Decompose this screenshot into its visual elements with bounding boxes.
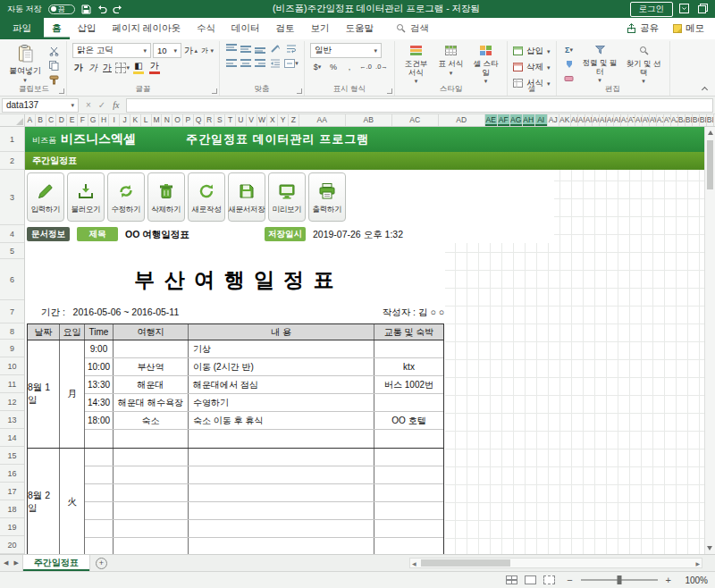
transport-cell[interactable]: [374, 449, 443, 466]
time-cell[interactable]: 10:00: [85, 358, 114, 375]
tab-home[interactable]: 홈: [44, 18, 70, 39]
share-button[interactable]: 공유: [627, 22, 659, 35]
column-header-R[interactable]: R: [205, 114, 215, 126]
place-cell[interactable]: [114, 340, 189, 357]
period-text[interactable]: 기간 : 2016-05-06 ~ 2016-05-11: [41, 300, 179, 323]
column-header-C[interactable]: C: [46, 114, 57, 126]
date-cell[interactable]: 8월 1일: [28, 340, 60, 448]
column-header-P[interactable]: P: [183, 114, 194, 126]
column-header-J[interactable]: J: [120, 114, 130, 126]
vertical-scrollbar[interactable]: [704, 127, 715, 554]
transport-cell[interactable]: [374, 340, 443, 357]
scroll-down-icon[interactable]: [707, 546, 712, 550]
row-header-6[interactable]: 6: [0, 259, 24, 300]
save-icon[interactable]: [81, 4, 91, 14]
transport-cell[interactable]: [374, 430, 443, 448]
time-cell[interactable]: [85, 484, 114, 501]
column-header-U[interactable]: U: [236, 114, 247, 126]
transport-cell[interactable]: [374, 466, 443, 483]
column-header-Z[interactable]: Z: [289, 114, 299, 126]
fill-color-button[interactable]: ◧: [131, 61, 146, 74]
fill-button[interactable]: [562, 58, 576, 70]
decrease-font-button[interactable]: 가▾: [199, 45, 214, 56]
transport-cell[interactable]: ktx: [374, 358, 443, 375]
conditional-formatting-button[interactable]: 조건부 서식 ▾: [400, 43, 432, 83]
merge-center-button[interactable]: ▾: [284, 57, 299, 69]
table-header-cell[interactable]: 여행지: [114, 324, 189, 340]
print-button[interactable]: 출력하기: [308, 172, 346, 222]
column-header-AW[interactable]: AW: [650, 114, 657, 126]
copy-button[interactable]: [46, 60, 61, 71]
transport-cell[interactable]: [374, 394, 443, 411]
undo-icon[interactable]: [97, 4, 107, 13]
row-header-7[interactable]: 7: [0, 300, 24, 323]
column-header-AU[interactable]: AU: [635, 114, 643, 126]
content-cell[interactable]: [189, 520, 374, 537]
content-cell[interactable]: [189, 430, 374, 448]
column-header-T[interactable]: T: [225, 114, 236, 126]
zoom-in-button[interactable]: +: [666, 575, 671, 585]
column-header-AK[interactable]: AK: [559, 114, 571, 126]
align-bottom-button[interactable]: [254, 44, 266, 54]
tab-data[interactable]: 데이터: [223, 18, 268, 39]
content-cell[interactable]: [189, 502, 374, 519]
column-header-K[interactable]: K: [130, 114, 141, 126]
content-cell[interactable]: 이동 (2시간 반): [189, 358, 374, 375]
column-header-A[interactable]: A: [25, 114, 36, 126]
place-cell[interactable]: [114, 430, 189, 448]
restore-window-icon[interactable]: [698, 4, 708, 15]
preview-button[interactable]: 미리보기: [268, 172, 306, 222]
time-cell[interactable]: [85, 502, 114, 519]
table-header-cell[interactable]: 내 용: [189, 324, 374, 340]
author-text[interactable]: 작성자 : 김 ○ ○: [383, 300, 444, 323]
insert-function-icon[interactable]: fx: [113, 100, 119, 110]
font-color-button[interactable]: 가: [147, 61, 162, 74]
column-header-AQ[interactable]: AQ: [607, 114, 614, 126]
column-header-BB[interactable]: BB: [686, 114, 693, 126]
column-header-X[interactable]: X: [267, 114, 278, 126]
input-button[interactable]: 입력하기: [27, 172, 64, 222]
redo-icon[interactable]: [113, 4, 123, 13]
login-button[interactable]: 로그인: [630, 2, 674, 17]
time-cell[interactable]: [85, 466, 114, 483]
column-header-AR[interactable]: AR: [614, 114, 621, 126]
prev-sheet-icon[interactable]: ◀: [4, 559, 8, 567]
delete-cells-button[interactable]: 삭제 ▾: [513, 61, 551, 74]
insert-cells-button[interactable]: 삽입 ▾: [513, 45, 551, 58]
cell-styles-button[interactable]: 셀 스타일 ▾: [470, 43, 501, 83]
cut-button[interactable]: [46, 46, 61, 57]
format-as-table-button[interactable]: 표 서식 ▾: [435, 43, 467, 75]
column-header-AG[interactable]: AG: [510, 114, 523, 126]
borders-button[interactable]: ▾: [115, 62, 130, 73]
column-header-H[interactable]: H: [99, 114, 110, 126]
content-cell[interactable]: [189, 449, 374, 466]
column-header-Y[interactable]: Y: [278, 114, 289, 126]
accounting-format-button[interactable]: $▾: [310, 61, 324, 72]
column-header-O[interactable]: O: [172, 114, 183, 126]
content-cell[interactable]: 기상: [189, 340, 374, 357]
time-cell[interactable]: [85, 520, 114, 537]
ribbon-display-options-icon[interactable]: [679, 4, 689, 15]
bold-button[interactable]: 가: [72, 62, 85, 73]
column-header-D[interactable]: D: [56, 114, 67, 126]
column-header-AA[interactable]: AA: [299, 114, 346, 126]
find-select-button[interactable]: 찾기 및 선택 ▾: [624, 43, 664, 83]
row-header-14[interactable]: 14: [0, 429, 24, 447]
column-header-E[interactable]: E: [67, 114, 78, 126]
table-header-cell[interactable]: 요일: [60, 324, 85, 340]
tab-file[interactable]: 파일: [0, 18, 44, 39]
sheet-tab-active[interactable]: 주간일정표: [22, 555, 90, 571]
place-cell[interactable]: [114, 520, 189, 537]
dialog-launcher-icon[interactable]: [297, 88, 302, 94]
date-cell[interactable]: 8월 2일: [28, 449, 60, 554]
font-size-select[interactable]: 10▾: [153, 43, 181, 58]
zoom-slider-thumb[interactable]: [617, 575, 621, 584]
place-cell[interactable]: [114, 466, 189, 483]
itinerary-title[interactable]: 부 산 여 행 일 정 표: [27, 259, 443, 300]
align-right-button[interactable]: [254, 58, 266, 68]
modify-button[interactable]: 수정하기: [107, 172, 145, 222]
saved-time-value[interactable]: 2019-07-26 오후 1:32: [313, 225, 403, 243]
place-cell[interactable]: [114, 538, 189, 554]
column-header-AZ[interactable]: AZ: [671, 114, 678, 126]
content-cell[interactable]: [189, 466, 374, 483]
